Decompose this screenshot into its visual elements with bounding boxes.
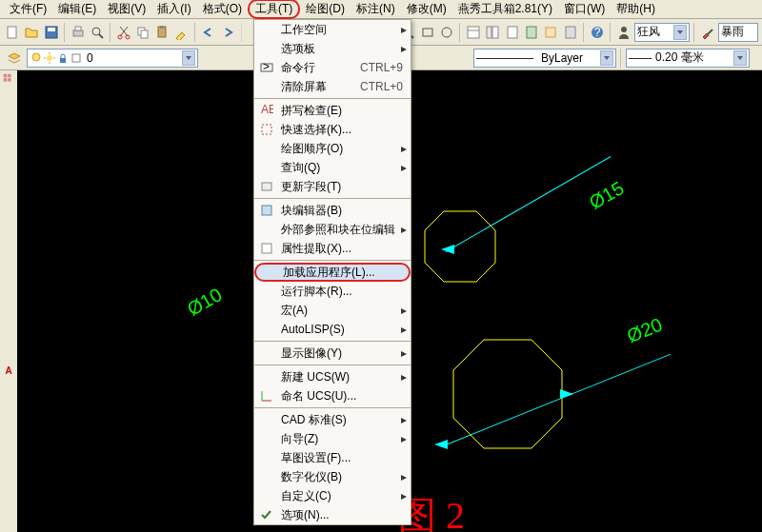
- menu-options[interactable]: 选项(N)...: [254, 505, 411, 524]
- centermark-button[interactable]: [1, 427, 16, 443]
- style-combo-1[interactable]: 狂风: [634, 23, 690, 42]
- style-combo-2[interactable]: 暴雨: [718, 23, 758, 42]
- menu-clearscreen[interactable]: 清除屏幕CTRL+0: [254, 77, 411, 96]
- dim-button[interactable]: [1, 379, 16, 394]
- insert-button[interactable]: [1, 249, 16, 265]
- zoomprev-button[interactable]: [438, 22, 455, 43]
- rect-button[interactable]: [1, 152, 16, 167]
- menu-updatefield[interactable]: 更新字段(T): [254, 177, 411, 196]
- menu-digitizer[interactable]: 数字化仪(B)▸: [254, 467, 411, 486]
- menu-annotate[interactable]: 标注(N): [351, 0, 401, 19]
- lineweight-combo[interactable]: —— 0.20 毫米: [626, 49, 750, 68]
- tolerance-button[interactable]: [1, 411, 16, 426]
- help-button[interactable]: ?: [589, 22, 606, 43]
- menu-xref[interactable]: 外部参照和块在位编辑▸: [254, 220, 411, 239]
- layer-combo[interactable]: 0: [27, 49, 198, 68]
- menu-palette[interactable]: 选项板▸: [254, 39, 411, 58]
- sheetset-button[interactable]: [523, 22, 540, 43]
- menu-quickselect[interactable]: 快速选择(K)...: [254, 120, 411, 139]
- grid-icon[interactable]: [1, 71, 16, 87]
- menu-query[interactable]: 查询(Q)▸: [254, 158, 411, 177]
- markup-button[interactable]: [542, 22, 559, 43]
- menu-customize[interactable]: 自定义(C)▸: [254, 486, 411, 505]
- menu-cmdline[interactable]: >命令行CTRL+9: [254, 58, 411, 77]
- leader-button[interactable]: [1, 395, 16, 410]
- save-button[interactable]: [43, 22, 60, 43]
- menu-view[interactable]: 视图(V): [102, 0, 151, 19]
- menu-draworder[interactable]: 绘图顺序(O)▸: [254, 139, 411, 158]
- menu-attrextract[interactable]: 属性提取(X)...: [254, 239, 411, 258]
- paste-button[interactable]: [154, 22, 171, 43]
- menu-help[interactable]: 帮助(H): [611, 0, 661, 19]
- circle-button[interactable]: [1, 185, 16, 200]
- menu-runscript[interactable]: 运行脚本(R)...: [254, 282, 411, 301]
- mtext-button[interactable]: A: [1, 363, 16, 378]
- gradient-button[interactable]: [1, 314, 16, 329]
- menu-tools[interactable]: 工具(T): [248, 0, 300, 19]
- svg-rect-19: [487, 27, 491, 38]
- cline-button[interactable]: [1, 104, 16, 119]
- table-button[interactable]: [1, 346, 16, 362]
- polygon-button[interactable]: [1, 136, 16, 151]
- preview-button[interactable]: [89, 22, 106, 43]
- new-button[interactable]: [4, 22, 21, 43]
- line-button[interactable]: [1, 88, 16, 103]
- designcenter-button[interactable]: [484, 22, 501, 43]
- svg-point-30: [47, 55, 52, 61]
- svg-rect-51: [262, 206, 271, 215]
- menu-yanxiu[interactable]: 燕秀工具箱2.81(Y): [452, 0, 558, 19]
- zoomw-button[interactable]: [419, 22, 436, 43]
- svg-marker-44: [434, 440, 448, 449]
- toolpalettes-button[interactable]: [504, 22, 521, 43]
- menu-edit[interactable]: 编辑(E): [52, 0, 102, 19]
- dim-text-20: Ø20: [624, 314, 666, 347]
- print-button[interactable]: [70, 22, 87, 43]
- menu-blockeditor[interactable]: 块编辑器(B): [254, 201, 411, 220]
- brush-icon[interactable]: [699, 22, 716, 43]
- menu-nameucs[interactable]: 命名 UCS(U)...: [254, 386, 411, 405]
- menu-workspace[interactable]: 工作空间▸: [254, 20, 411, 39]
- menu-modify[interactable]: 修改(M): [401, 0, 452, 19]
- svg-point-16: [442, 28, 451, 37]
- linetype-combo[interactable]: ————— ByLayer: [473, 49, 616, 68]
- svg-rect-37: [4, 74, 8, 78]
- menu-insert[interactable]: 插入(I): [151, 0, 196, 19]
- octagon-15: [417, 204, 503, 289]
- menu-file[interactable]: 文件(F): [4, 0, 52, 19]
- menu-draw[interactable]: 绘图(D): [300, 0, 351, 19]
- calc-button[interactable]: [562, 22, 579, 43]
- svg-marker-45: [560, 389, 573, 399]
- menu-autolisp[interactable]: AutoLISP(S)▸: [254, 320, 411, 339]
- menu-macro[interactable]: 宏(A)▸: [254, 301, 411, 320]
- spell-icon: ABC: [258, 103, 275, 118]
- cut-button[interactable]: [115, 22, 132, 43]
- menu-showimg[interactable]: 显示图像(Y)▸: [254, 344, 411, 363]
- layerprops-button[interactable]: [4, 48, 25, 69]
- menu-wizard[interactable]: 向导(Z)▸: [254, 429, 411, 448]
- open-button[interactable]: [23, 22, 40, 43]
- matchprop-button[interactable]: [173, 22, 190, 43]
- menu-loadapp[interactable]: 加载应用程序(L)...: [254, 263, 411, 282]
- revcloud-button[interactable]: [1, 201, 16, 216]
- pline-button[interactable]: [1, 120, 16, 135]
- block-button[interactable]: [1, 266, 16, 281]
- arc-button[interactable]: [1, 168, 16, 184]
- menu-spellcheck[interactable]: ABC拼写检查(E): [254, 101, 411, 120]
- point-button[interactable]: [1, 282, 16, 297]
- undo-button[interactable]: [200, 22, 217, 43]
- copy-button[interactable]: [134, 22, 151, 43]
- menu-window[interactable]: 窗口(W): [558, 0, 611, 19]
- redo-button[interactable]: [219, 22, 236, 43]
- svg-rect-4: [75, 27, 81, 30]
- region-button[interactable]: [1, 330, 16, 345]
- ellipse-button[interactable]: [1, 233, 16, 248]
- spline-button[interactable]: [1, 217, 16, 232]
- menu-newucs[interactable]: 新建 UCS(W)▸: [254, 367, 411, 386]
- menu-sketch[interactable]: 草图设置(F)...: [254, 448, 411, 467]
- hatch-button[interactable]: [1, 298, 16, 313]
- menu-format[interactable]: 格式(O): [197, 0, 248, 19]
- svg-rect-38: [8, 74, 11, 78]
- person-icon[interactable]: [615, 22, 632, 43]
- menu-cadstd[interactable]: CAD 标准(S)▸: [254, 410, 411, 429]
- props-button[interactable]: [465, 22, 482, 43]
